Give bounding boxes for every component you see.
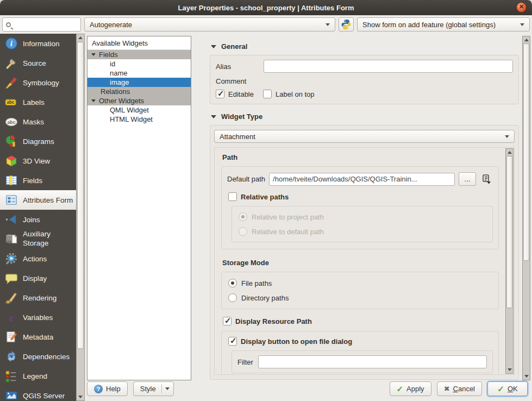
widget-type-value: Attachment — [220, 133, 500, 141]
form-open-mode-value: Show form on add feature (global setting… — [362, 21, 516, 29]
browse-button[interactable]: ... — [459, 172, 476, 186]
close-icon[interactable] — [516, 2, 527, 12]
help-button[interactable]: ? Help — [87, 381, 128, 396]
sidebar-item-legend[interactable]: Legend — [0, 366, 76, 386]
sidebar-item-masks[interactable]: abc Masks — [0, 112, 76, 131]
radio-selected-icon[interactable] — [228, 279, 237, 287]
sidebar-item-actions[interactable]: Actions — [0, 249, 76, 268]
relative-paths-checkbox[interactable]: Relative paths — [228, 192, 493, 201]
expanded-triangle-icon[interactable] — [91, 99, 96, 102]
storage-mode-groupbox: File paths Directory paths — [221, 272, 499, 309]
tree-item-id[interactable]: id — [87, 59, 191, 68]
python-icon — [341, 19, 352, 30]
sidebar-item-labels[interactable]: abc Labels — [0, 92, 76, 112]
checkbox-checked-icon[interactable] — [216, 90, 224, 98]
display-icon — [5, 272, 18, 285]
sidebar-item-symbology[interactable]: Symbology — [0, 73, 76, 92]
sidebar-item-qgis-server[interactable]: QGIS Server — [0, 386, 76, 401]
tree-group-other-widgets[interactable]: Other Widgets — [87, 96, 191, 105]
sidebar-item-auxiliary-storage[interactable]: Auxiliary Storage — [0, 229, 76, 249]
auxiliary-storage-icon — [5, 233, 18, 246]
metadata-icon — [5, 330, 18, 343]
chevron-down-icon — [520, 23, 524, 26]
sidebar-item-diagrams[interactable]: Diagrams — [0, 131, 76, 151]
cancel-button[interactable]: Cancel — [437, 381, 482, 396]
3d-view-icon — [5, 154, 18, 167]
tree-group-fields[interactable]: Fields — [87, 50, 191, 59]
collapse-triangle-icon — [211, 45, 216, 48]
checkbox-checked-icon[interactable] — [223, 317, 231, 325]
symbology-icon — [5, 76, 18, 89]
scroll-down-icon[interactable] — [506, 366, 513, 373]
tree-item-html-widget[interactable]: HTML Widget — [87, 115, 191, 124]
scroll-down-icon[interactable] — [77, 393, 84, 400]
sidebar-item-source[interactable]: Source — [0, 53, 76, 73]
widget-type-section-header[interactable]: Widget Type — [211, 112, 519, 121]
form-layout-select[interactable]: Autogenerate — [84, 17, 335, 32]
radio-selected-icon[interactable] — [239, 212, 247, 221]
default-path-input[interactable] — [269, 173, 455, 186]
widget-options-scroll-area: Path Default path ... — [214, 147, 515, 375]
checkbox-unchecked-icon[interactable] — [228, 192, 237, 201]
svg-text:ε: ε — [9, 312, 14, 323]
form-panel-scrollbar[interactable] — [522, 36, 530, 380]
sidebar-item-variables[interactable]: ε Variables — [0, 308, 76, 327]
python-init-button[interactable] — [339, 17, 354, 32]
widget-options-scrollbar-thumb[interactable] — [506, 156, 512, 308]
label-on-top-checkbox[interactable]: Label on top — [263, 90, 315, 98]
attributes-form-icon — [5, 193, 18, 206]
expanded-triangle-icon[interactable] — [91, 53, 96, 56]
widget-options-scrollbar[interactable] — [505, 148, 514, 374]
sidebar-scrollbar[interactable] — [76, 34, 85, 401]
directory-paths-radio[interactable]: Directory paths — [228, 293, 492, 302]
sidebar-item-attributes-form[interactable]: Attributes Form — [0, 190, 76, 210]
form-panel-scrollbar-thumb[interactable] — [523, 43, 529, 261]
dependencies-icon — [5, 350, 18, 363]
radio-unselected-icon[interactable] — [228, 293, 237, 302]
tree-item-name[interactable]: name — [87, 68, 191, 78]
data-defined-override-button[interactable] — [480, 173, 493, 186]
display-resource-path-checkbox[interactable]: Display Resource Path — [223, 317, 499, 325]
sidebar-item-dependencies[interactable]: Dependencies — [0, 347, 76, 366]
checkbox-unchecked-icon[interactable] — [263, 90, 272, 98]
collapse-triangle-icon — [211, 115, 216, 118]
sidebar-item-joins[interactable]: Joins — [0, 210, 76, 229]
editable-checkbox[interactable]: Editable — [216, 90, 254, 98]
sidebar-scrollbar-thumb[interactable] — [77, 42, 84, 349]
scroll-up-icon[interactable] — [77, 34, 84, 41]
sidebar-item-fields[interactable]: Fields — [0, 171, 76, 190]
sidebar-item-metadata[interactable]: Metadata — [0, 327, 76, 347]
titlebar[interactable]: Layer Properties - school_property | Att… — [0, 0, 532, 15]
tree-item-image[interactable]: image — [87, 78, 191, 87]
search-box[interactable] — [2, 17, 81, 32]
filter-input[interactable] — [258, 355, 487, 368]
information-icon: i — [5, 37, 18, 50]
style-menu-button[interactable]: Style — [133, 381, 174, 396]
filter-groupbox: Filter — [231, 350, 493, 373]
sidebar-item-3d-view[interactable]: 3D View — [0, 151, 76, 171]
checkbox-checked-icon[interactable] — [228, 337, 237, 346]
form-open-mode-select[interactable]: Show form on add feature (global setting… — [357, 17, 530, 32]
scroll-up-icon[interactable] — [506, 149, 513, 156]
ok-button[interactable]: OK — [487, 381, 528, 396]
apply-button[interactable]: Apply — [390, 381, 431, 396]
tree-item-qml-widget[interactable]: QML Widget — [87, 105, 191, 115]
sidebar-item-display[interactable]: Display — [0, 268, 76, 288]
alias-input[interactable] — [264, 60, 513, 73]
relative-to-project-radio[interactable]: Relative to project path — [239, 212, 486, 221]
radio-unselected-icon[interactable] — [239, 227, 247, 236]
field-config-panel: General Alias Comment Editable Label on … — [205, 36, 519, 380]
ok-check-icon — [497, 384, 504, 394]
display-button-checkbox[interactable]: Display button to open file dialog — [228, 337, 493, 346]
form-layout-value: Autogenerate — [90, 21, 321, 29]
relative-to-default-radio[interactable]: Relative to default path — [239, 227, 486, 236]
scroll-down-icon[interactable] — [523, 373, 530, 380]
sidebar-item-rendering[interactable]: Rendering — [0, 288, 76, 308]
sidebar-item-information[interactable]: i Information — [0, 34, 76, 53]
tree-group-relations[interactable]: Relations — [87, 87, 191, 96]
scroll-up-icon[interactable] — [523, 36, 530, 43]
general-section-header[interactable]: General — [211, 42, 519, 51]
file-paths-radio[interactable]: File paths — [228, 279, 492, 287]
search-input[interactable] — [14, 21, 77, 29]
widget-type-select[interactable]: Attachment — [214, 130, 515, 143]
